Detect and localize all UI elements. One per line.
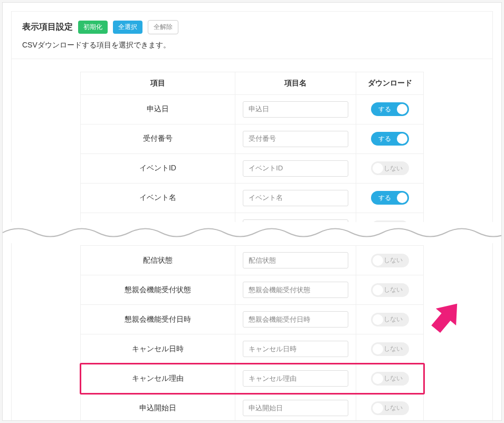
- toggle-knob: [373, 314, 383, 325]
- toggle-knob: [373, 344, 383, 354]
- download-toggle[interactable]: しない: [371, 401, 409, 415]
- item-name-cell: [235, 124, 356, 153]
- toggle-label: しない: [384, 403, 403, 412]
- item-label-cell: キャンセル日時: [81, 334, 235, 364]
- toggle-label: する: [378, 105, 391, 114]
- item-name-cell: [235, 94, 356, 124]
- item-name-input[interactable]: [243, 252, 348, 268]
- display-settings-panel-bottom: 配信状態しない懇親会機能受付状態しない懇親会機能受付日時しないキャンセル日時しな…: [11, 240, 493, 421]
- toggle-label: しない: [384, 285, 403, 294]
- toggle-knob: [397, 133, 407, 144]
- item-name-cell: [235, 393, 356, 421]
- toggle-label: する: [378, 134, 391, 143]
- item-name-cell: [235, 305, 356, 334]
- table-row: キャンセル日時しない: [81, 334, 424, 364]
- download-toggle[interactable]: する: [371, 132, 409, 146]
- download-toggle-cell: しない: [356, 275, 424, 305]
- item-label-cell: キャンセル理由: [81, 364, 235, 393]
- download-toggle-cell: しない: [356, 334, 424, 364]
- item-label-cell: 懇親会機能受付状態: [81, 275, 235, 305]
- item-label-cell: イベントID: [81, 153, 235, 183]
- toggle-label: しない: [384, 344, 403, 353]
- title-row: 表示項目設定 初期化 全選択 全解除: [22, 20, 482, 34]
- toggle-knob: [397, 193, 407, 203]
- toggle-label: する: [378, 194, 391, 203]
- item-name-cell: [235, 183, 356, 213]
- item-name-input[interactable]: [243, 190, 348, 206]
- table-row: 懇親会機能受付状態しない: [81, 275, 424, 305]
- settings-table-top: 項目 項目名 ダウンロード 申込日する受付番号するイベントIDしないイベント名す…: [80, 72, 424, 243]
- item-name-input[interactable]: [243, 160, 348, 177]
- table-row: キャンセル理由しない: [81, 364, 424, 393]
- toggle-knob: [373, 373, 383, 384]
- download-toggle[interactable]: しない: [371, 161, 409, 175]
- table-row: イベントIDしない: [81, 153, 424, 183]
- download-toggle[interactable]: しない: [371, 254, 409, 267]
- table-wrap-top: 項目 項目名 ダウンロード 申込日する受付番号するイベントIDしないイベント名す…: [12, 59, 492, 248]
- toggle-label: しない: [384, 164, 403, 173]
- table-row: イベント名する: [81, 183, 424, 213]
- download-toggle[interactable]: しない: [371, 342, 409, 356]
- download-toggle[interactable]: しない: [371, 372, 409, 386]
- table-row: 受付番号する: [81, 124, 424, 153]
- panel-header: 表示項目設定 初期化 全選択 全解除 CSVダウンロードする項目を選択できます。: [12, 12, 492, 59]
- toggle-knob: [373, 255, 383, 266]
- download-toggle-cell: しない: [356, 153, 424, 183]
- truncation-wave-separator: [3, 222, 502, 243]
- download-toggle-cell: しない: [356, 305, 424, 334]
- item-name-input[interactable]: [243, 101, 348, 118]
- toggle-label: しない: [384, 256, 403, 265]
- table-row: 配信状態しない: [81, 246, 424, 275]
- col-header-name: 項目名: [235, 72, 356, 94]
- download-toggle-cell: する: [356, 124, 424, 153]
- item-name-cell: [235, 246, 356, 275]
- toggle-knob: [397, 104, 407, 114]
- deselect-all-button[interactable]: 全解除: [148, 20, 178, 34]
- table-row: 申込開始日しない: [81, 393, 424, 421]
- item-label-cell: 配信状態: [81, 246, 235, 275]
- item-name-input[interactable]: [243, 370, 348, 387]
- download-toggle[interactable]: しない: [371, 313, 409, 326]
- item-label-cell: 受付番号: [81, 124, 235, 153]
- panel-title: 表示項目設定: [22, 22, 73, 33]
- item-name-cell: [235, 334, 356, 364]
- panel-description: CSVダウンロードする項目を選択できます。: [22, 41, 482, 50]
- download-toggle[interactable]: する: [371, 191, 409, 205]
- col-header-item: 項目: [81, 72, 235, 94]
- table-header-row: 項目 項目名 ダウンロード: [81, 72, 424, 94]
- item-name-input[interactable]: [243, 400, 348, 416]
- table-row: 懇親会機能受付日時しない: [81, 305, 424, 334]
- download-toggle-cell: する: [356, 94, 424, 124]
- select-all-button[interactable]: 全選択: [113, 21, 142, 34]
- download-toggle-cell: しない: [356, 364, 424, 393]
- settings-table-bottom: 配信状態しない懇親会機能受付状態しない懇親会機能受付日時しないキャンセル日時しな…: [80, 245, 424, 421]
- display-settings-panel: 表示項目設定 初期化 全選択 全解除 CSVダウンロードする項目を選択できます。…: [11, 11, 493, 248]
- item-name-input[interactable]: [243, 131, 348, 147]
- download-toggle[interactable]: する: [371, 102, 409, 116]
- download-toggle-cell: しない: [356, 246, 424, 275]
- item-name-input[interactable]: [243, 341, 348, 357]
- toggle-knob: [373, 163, 383, 174]
- table-row: 申込日する: [81, 94, 424, 124]
- item-label-cell: 申込日: [81, 94, 235, 124]
- reset-button[interactable]: 初期化: [78, 21, 108, 34]
- item-label-cell: 申込開始日: [81, 393, 235, 421]
- item-name-input[interactable]: [243, 311, 348, 328]
- col-header-download: ダウンロード: [356, 72, 424, 94]
- toggle-label: しない: [384, 374, 403, 383]
- download-toggle-cell: する: [356, 183, 424, 213]
- bottom-section: 配信状態しない懇親会機能受付状態しない懇親会機能受付日時しないキャンセル日時しな…: [3, 240, 501, 421]
- toggle-label: しない: [384, 315, 403, 324]
- download-toggle[interactable]: しない: [371, 283, 409, 297]
- download-toggle-cell: しない: [356, 393, 424, 421]
- table-wrap-bottom: 配信状態しない懇親会機能受付状態しない懇親会機能受付日時しないキャンセル日時しな…: [12, 240, 492, 421]
- toggle-knob: [373, 285, 383, 295]
- toggle-knob: [373, 403, 383, 414]
- item-name-input[interactable]: [243, 282, 348, 298]
- outer-frame: 表示項目設定 初期化 全選択 全解除 CSVダウンロードする項目を選択できます。…: [2, 2, 502, 421]
- item-name-cell: [235, 364, 356, 393]
- item-name-cell: [235, 153, 356, 183]
- item-label-cell: イベント名: [81, 183, 235, 213]
- item-label-cell: 懇親会機能受付日時: [81, 305, 235, 334]
- item-name-cell: [235, 275, 356, 305]
